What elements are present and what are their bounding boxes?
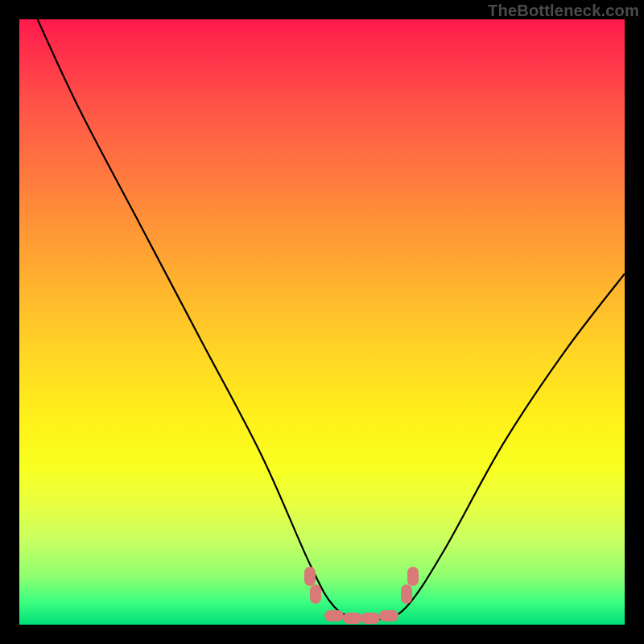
right-marker-lower (401, 584, 412, 604)
valley-marker-2 (343, 613, 362, 624)
bottleneck-curve (19, 19, 625, 625)
valley-marker-3 (361, 613, 380, 624)
right-marker-upper (407, 567, 419, 586)
valley-marker-1 (324, 610, 344, 621)
valley-marker-4 (379, 610, 398, 621)
chart-frame: TheBottleneck.com (0, 0, 644, 644)
left-marker-upper (304, 567, 316, 586)
attribution-text: TheBottleneck.com (488, 2, 639, 20)
plot-area (19, 19, 625, 625)
left-marker-lower (310, 584, 321, 604)
curve-path (38, 19, 625, 621)
